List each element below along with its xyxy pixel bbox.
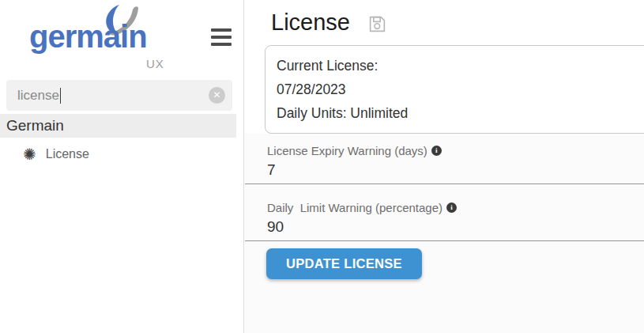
daily-limit-label: Daily Limit Warning (percentage) i bbox=[267, 200, 644, 215]
current-license-date: 07/28/2023 bbox=[277, 78, 642, 101]
sidebar-section-germain: Germain bbox=[0, 114, 236, 138]
text-caret bbox=[60, 88, 61, 104]
current-license-panel: Current License: 07/28/2023 Daily Units:… bbox=[265, 45, 644, 134]
gear-icon: ✺ bbox=[23, 146, 36, 162]
daily-limit-value[interactable]: 90 bbox=[267, 217, 644, 237]
info-icon[interactable]: i bbox=[446, 202, 457, 213]
search-input-value: license bbox=[17, 88, 59, 104]
expiry-warning-value[interactable]: 7 bbox=[267, 160, 644, 180]
hamburger-menu-icon[interactable] bbox=[211, 28, 232, 46]
title-row: License bbox=[245, 0, 644, 38]
search-input[interactable]: license ✕ bbox=[6, 80, 232, 111]
expiry-warning-label-text: License Expiry Warning (days) bbox=[267, 143, 427, 158]
expiry-warning-field[interactable]: License Expiry Warning (days) i 7 bbox=[245, 134, 644, 184]
clear-search-icon[interactable]: ✕ bbox=[209, 87, 225, 104]
update-license-button[interactable]: UPDATE LICENSE bbox=[266, 248, 422, 279]
daily-limit-field[interactable]: Daily Limit Warning (percentage) i 90 bbox=[245, 184, 644, 241]
daily-limit-label-text: Daily Limit Warning (percentage) bbox=[267, 200, 443, 215]
current-license-label: Current License: bbox=[277, 54, 642, 78]
logo: germain UX bbox=[0, 0, 243, 76]
current-license-daily-units: Daily Units: Unlimited bbox=[277, 101, 642, 125]
license-form: License Expiry Warning (days) i 7 Daily … bbox=[245, 134, 644, 333]
info-icon[interactable]: i bbox=[431, 146, 442, 156]
logo-sub-text: UX bbox=[146, 57, 164, 70]
sidebar: germain UX license ✕ Germain ✺ License bbox=[0, 0, 244, 333]
sidebar-item-label: License bbox=[46, 147, 89, 161]
main-content: License Current License: 07/28/2023 Dail… bbox=[245, 0, 644, 333]
sidebar-item-license[interactable]: ✺ License bbox=[0, 146, 243, 162]
page-title: License bbox=[271, 9, 350, 36]
save-icon[interactable] bbox=[367, 14, 387, 34]
logo-brand-text: germain bbox=[29, 19, 147, 55]
expiry-warning-label: License Expiry Warning (days) i bbox=[267, 143, 644, 158]
